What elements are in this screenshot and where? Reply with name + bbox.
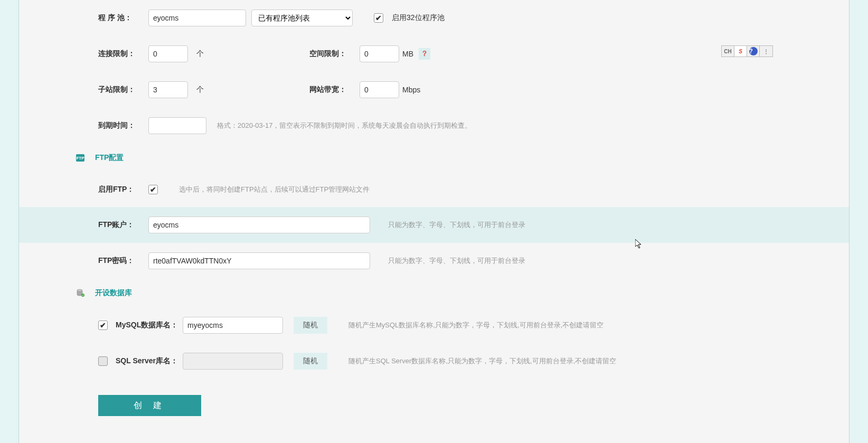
db-section-title: 开设数据库 xyxy=(95,288,132,298)
ftp-password-hint: 只能为数字、字母、下划线，可用于前台登录 xyxy=(388,256,525,266)
ftp-icon: FTP xyxy=(76,154,84,162)
ftp-account-label: FTP账户： xyxy=(98,220,148,230)
bandwidth-label: 网站带宽： xyxy=(309,85,360,95)
program-pool-label: 程 序 池： xyxy=(98,13,148,23)
subsite-limit-unit: 个 xyxy=(196,85,204,95)
ftp-section-header: FTP FTP配置 xyxy=(19,144,849,172)
submit-row: 创 建 xyxy=(19,379,849,416)
create-button[interactable]: 创 建 xyxy=(98,395,201,416)
program-pool-input[interactable] xyxy=(148,10,246,26)
ftp-account-row: FTP账户： 只能为数字、字母、下划线，可用于前台登录 xyxy=(19,207,849,243)
bandwidth-unit: Mbps xyxy=(402,86,420,94)
expire-input[interactable] xyxy=(148,117,206,134)
ftp-section-title: FTP配置 xyxy=(95,153,124,163)
enable-ftp-label: 启用FTP： xyxy=(98,185,148,194)
ftp-password-label: FTP密码： xyxy=(98,256,148,266)
mysql-hint: 随机产生MySQL数据库名称,只能为数字，字母，下划线,可用前台登录,不创建请留… xyxy=(348,321,603,330)
expire-label: 到期时间： xyxy=(98,121,148,130)
ime-toolbar[interactable]: CH S ? ⋮ xyxy=(721,45,773,57)
mysql-input[interactable] xyxy=(183,317,283,334)
connection-limit-label: 连接限制： xyxy=(98,49,148,59)
svg-point-1 xyxy=(77,289,82,291)
sqlserver-label: SQL Server库名： xyxy=(116,356,178,366)
sqlserver-hint: 随机产生SQL Server数据库名称,只能为数字，字母，下划线,可用前台登录,… xyxy=(348,356,616,366)
ime-menu-button[interactable]: ⋮ xyxy=(760,46,772,56)
expire-hint: 格式：2020-03-17，留空表示不限制到期时间，系统每天凌晨会自动执行到期检… xyxy=(217,121,472,130)
space-limit-help-icon[interactable]: ？ xyxy=(419,48,430,60)
bandwidth-input[interactable] xyxy=(360,81,399,98)
sqlserver-row: SQL Server库名： 随机 随机产生SQL Server数据库名称,只能为… xyxy=(19,343,849,379)
sqlserver-checkbox[interactable] xyxy=(98,356,108,366)
ime-ch-button[interactable]: CH xyxy=(722,46,734,56)
enable-ftp-checkbox[interactable] xyxy=(148,185,158,194)
enable-ftp-row: 启用FTP： 选中后，将同时创建FTP站点，后续可以通过FTP管理网站文件 xyxy=(19,172,849,207)
mysql-row: MySQL数据库名： 随机 随机产生MySQL数据库名称,只能为数字，字母，下划… xyxy=(19,307,849,343)
program-pool-select[interactable]: 已有程序池列表 xyxy=(251,10,353,26)
db-section-header: 开设数据库 xyxy=(19,279,849,307)
sqlserver-input[interactable] xyxy=(183,353,283,370)
subsite-limit-input[interactable] xyxy=(148,81,188,98)
ftp-account-hint: 只能为数字、字母、下划线，可用于前台登录 xyxy=(388,220,525,230)
sqlserver-random-button[interactable]: 随机 xyxy=(294,353,327,370)
enable-ftp-hint: 选中后，将同时创建FTP站点，后续可以通过FTP管理网站文件 xyxy=(179,185,370,194)
mysql-random-button[interactable]: 随机 xyxy=(294,317,327,334)
ftp-password-row: FTP密码： 只能为数字、字母、下划线，可用于前台登录 xyxy=(19,243,849,279)
database-icon xyxy=(76,289,84,297)
subsite-limit-label: 子站限制： xyxy=(98,85,148,95)
program-pool-row: 程 序 池： 已有程序池列表 启用32位程序池 xyxy=(19,0,849,36)
ftp-account-input[interactable] xyxy=(148,216,370,233)
mysql-label: MySQL数据库名： xyxy=(116,321,178,330)
ime-s-button[interactable]: S xyxy=(734,46,747,56)
enable-32bit-label: 启用32位程序池 xyxy=(392,13,445,23)
space-limit-input[interactable] xyxy=(360,45,399,62)
connection-limit-unit: 个 xyxy=(196,49,204,59)
connection-limit-input[interactable] xyxy=(148,45,188,62)
ftp-password-input[interactable] xyxy=(148,252,370,269)
ime-help-button[interactable]: ? xyxy=(747,46,760,56)
enable-32bit-checkbox[interactable] xyxy=(374,13,383,23)
space-limit-label: 空间限制： xyxy=(309,49,360,59)
mysql-checkbox[interactable] xyxy=(98,321,108,330)
space-limit-unit: MB xyxy=(402,50,413,58)
expire-row: 到期时间： 格式：2020-03-17，留空表示不限制到期时间，系统每天凌晨会自… xyxy=(19,108,849,144)
limits-row-2: 子站限制： 个 网站带宽： Mbps xyxy=(19,72,849,108)
